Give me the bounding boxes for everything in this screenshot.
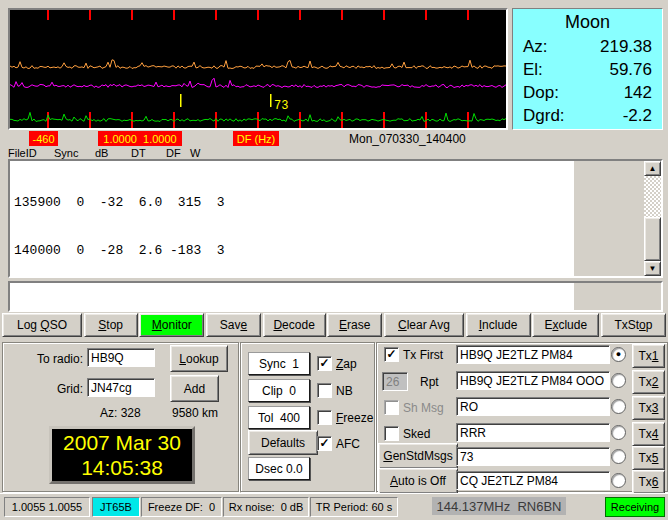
spectrum-traces: 73	[10, 10, 506, 128]
tol-control[interactable]: Tol 400	[248, 406, 310, 429]
clear-avg-button[interactable]: Clear Avg	[384, 313, 464, 337]
col-header-db: dB	[95, 147, 108, 159]
freeze-df-panel: Freeze DF: 0	[141, 497, 222, 517]
tx6-message-input[interactable]	[456, 471, 610, 490]
stop-button[interactable]: Stop	[84, 313, 138, 337]
afc-checkbox[interactable]: ✓	[317, 436, 332, 451]
tx2-button[interactable]: Tx2	[632, 370, 665, 394]
tx1-message-input[interactable]	[456, 345, 610, 364]
moon-el-label: El:	[523, 58, 543, 81]
moon-title: Moon	[513, 9, 662, 35]
nb-checkbox[interactable]	[317, 383, 332, 398]
lookup-button[interactable]: Lookup	[170, 345, 228, 372]
sked-checkbox[interactable]	[384, 426, 399, 441]
tx3-radio[interactable]	[611, 399, 626, 414]
moon-dop-row: Dop: 142	[513, 81, 662, 104]
main-button-row: Log QSO Stop Monitor Save Decode Erase C…	[2, 313, 666, 337]
monitor-button[interactable]: Monitor	[139, 313, 204, 337]
moon-dop-value: 142	[624, 81, 652, 104]
decode-scrollbar[interactable]: ▲ ▼	[644, 161, 661, 276]
scroll-down-button[interactable]: ▼	[644, 261, 661, 276]
moon-info-panel: Moon Az: 219.38 El: 59.76 Dop: 142 Dgrd:…	[512, 8, 663, 130]
wsjt-main-window: 73 Moon Az: 219.38 El: 59.76 Dop: 142 Dg…	[0, 0, 668, 520]
sh-msg-checkbox[interactable]	[384, 400, 399, 415]
decode-line: 135900 0 -32 6.0 315 3	[14, 195, 574, 211]
check-icon: ✓	[319, 438, 329, 449]
erase-button[interactable]: Erase	[327, 313, 382, 337]
df-axis-label: DF (Hz)	[233, 131, 279, 146]
rate-ratio-label: 1.0000 1.0000	[98, 131, 182, 146]
to-radio-input[interactable]	[87, 348, 155, 367]
moon-el-value: 59.76	[609, 58, 652, 81]
tx5-button[interactable]: Tx5	[632, 446, 665, 470]
col-header-df: DF	[166, 147, 181, 159]
clip-control[interactable]: Clip 0	[248, 379, 310, 402]
add-button[interactable]: Add	[170, 375, 219, 402]
decode-text-region: 135900 0 -32 6.0 315 3 140000 0 -28 2.6 …	[10, 161, 574, 276]
average-text-area[interactable]: 140400 1 0/6 140300 2 0/6	[8, 281, 663, 312]
decode-button[interactable]: Decode	[263, 313, 326, 337]
defaults-button[interactable]: Defaults	[248, 430, 318, 455]
utc-clock: 2007 Mar 30 14:05:38	[49, 426, 195, 484]
moon-dgrd-row: Dgrd: -2.2	[513, 104, 662, 127]
scroll-down-icon: ▼	[649, 264, 657, 273]
zap-checkbox[interactable]: ✓	[317, 356, 332, 371]
gen-std-msgs-button[interactable]: GenStdMsgs	[378, 443, 458, 469]
scroll-up-button[interactable]: ▲	[644, 161, 661, 176]
save-button[interactable]: Save	[206, 313, 261, 337]
scrollbar-track[interactable]	[644, 176, 661, 217]
moon-az-value: 219.38	[600, 35, 652, 58]
tx1-radio[interactable]: ●	[611, 347, 626, 362]
txstop-button[interactable]: TxStop	[601, 313, 666, 337]
tx4-radio[interactable]	[611, 425, 626, 440]
freeze-label: Freeze	[336, 411, 373, 425]
col-header-dt: DT	[131, 147, 146, 159]
distance-readout: 9580 km	[172, 406, 218, 420]
col-header-fileid: FileID	[8, 147, 37, 159]
grid-input[interactable]	[87, 378, 155, 397]
rpt-input[interactable]	[382, 372, 408, 391]
exclude-button[interactable]: Exclude	[532, 313, 599, 337]
freq-offset-label: -460	[29, 131, 58, 146]
tx-first-checkbox[interactable]: ✓	[384, 347, 399, 362]
include-button[interactable]: Include	[466, 313, 531, 337]
tx3-button[interactable]: Tx3	[632, 396, 665, 420]
log-qso-button[interactable]: Log QSO	[2, 313, 82, 337]
freeze-checkbox[interactable]	[317, 410, 332, 425]
sh-msg-label: Sh Msg	[403, 401, 444, 415]
moon-dgrd-label: Dgrd:	[523, 104, 565, 127]
tr-period-panel: TR Period: 60 s	[310, 497, 398, 517]
rx-noise-panel: Rx noise: 0 dB	[223, 497, 309, 517]
tx5-radio[interactable]	[611, 449, 626, 464]
sync-control[interactable]: Sync 1	[248, 352, 310, 375]
col-header-sync: Sync	[54, 147, 78, 159]
tx5-message-input[interactable]	[456, 447, 610, 466]
frequency-callsign-panel: 144.137MHz RN6BN	[432, 497, 566, 515]
tx6-button[interactable]: Tx6	[632, 470, 665, 494]
auto-toggle-button[interactable]: Auto is Off	[378, 468, 458, 494]
tx4-button[interactable]: Tx4	[632, 422, 665, 446]
moon-az-label: Az:	[523, 35, 548, 58]
moon-el-row: El: 59.76	[513, 58, 662, 81]
zap-label: Zap	[336, 357, 357, 371]
decode-text-area[interactable]: 135900 0 -32 6.0 315 3 140000 0 -28 2.6 …	[8, 159, 663, 278]
moon-az-row: Az: 219.38	[513, 35, 662, 58]
tx1-button[interactable]: Tx1	[632, 344, 665, 368]
svg-text:73: 73	[274, 99, 288, 113]
tx2-message-input[interactable]	[456, 371, 610, 390]
tx-first-label: Tx First	[403, 348, 443, 362]
tx2-radio[interactable]	[611, 373, 626, 388]
scrollbar-thumb[interactable]	[644, 217, 661, 261]
receiving-status-badge: Receiving	[605, 497, 665, 517]
tx6-radio[interactable]	[611, 473, 626, 488]
moon-dgrd-value: -2.2	[623, 104, 652, 127]
tx4-message-input[interactable]	[456, 423, 610, 442]
nb-label: NB	[336, 384, 353, 398]
spectral-display[interactable]: 73	[8, 8, 508, 130]
dsec-control[interactable]: Dsec 0.0	[248, 457, 310, 480]
status-bar: 1.0055 1.0055 JT65B Freeze DF: 0 Rx nois…	[0, 493, 668, 520]
grid-label: Grid:	[28, 382, 83, 396]
scroll-up-icon: ▲	[649, 164, 657, 173]
sked-label: Sked	[403, 427, 430, 441]
tx3-message-input[interactable]	[456, 397, 610, 416]
